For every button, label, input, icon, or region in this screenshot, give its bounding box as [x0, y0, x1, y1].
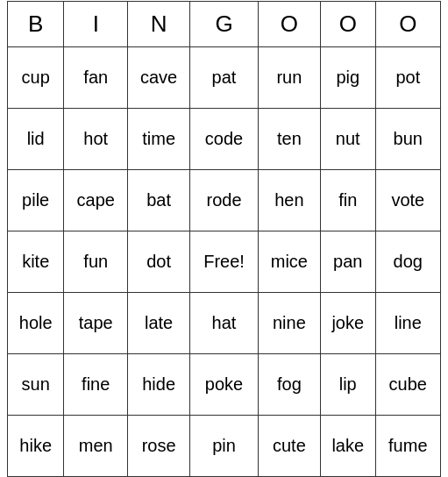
table-cell: hot [64, 108, 128, 169]
table-row: kitefundotFree!micepandog [8, 231, 441, 292]
table-cell: vote [375, 169, 440, 231]
table-cell: cape [64, 169, 128, 231]
bingo-card: BINGOOO cupfancavepatrunpigpotlidhottime… [7, 1, 441, 477]
table-cell: pig [320, 46, 375, 108]
table-cell: bun [375, 108, 440, 169]
table-cell: fume [375, 415, 440, 476]
table-cell: late [128, 292, 190, 353]
table-cell: mice [258, 231, 320, 292]
table-cell: bat [128, 169, 190, 231]
header-cell: I [64, 1, 128, 46]
table-cell: lip [320, 353, 375, 415]
table-cell: rode [190, 169, 259, 231]
table-row: holetapelatehatninejokeline [8, 292, 441, 353]
table-cell: hole [8, 292, 64, 353]
table-cell: pat [190, 46, 259, 108]
table-cell: nine [258, 292, 320, 353]
table-cell: hat [190, 292, 259, 353]
table-cell: pile [8, 169, 64, 231]
table-cell: nut [320, 108, 375, 169]
header-cell: N [128, 1, 190, 46]
table-row: sunfinehidepokefoglipcube [8, 353, 441, 415]
header-cell: G [190, 1, 259, 46]
table-cell: lake [320, 415, 375, 476]
table-cell: hide [128, 353, 190, 415]
table-cell: fine [64, 353, 128, 415]
header-cell: O [320, 1, 375, 46]
table-cell: pin [190, 415, 259, 476]
table-cell: joke [320, 292, 375, 353]
table-row: lidhottimecodetennutbun [8, 108, 441, 169]
table-cell: hike [8, 415, 64, 476]
table-cell: cave [128, 46, 190, 108]
table-cell: cup [8, 46, 64, 108]
table-cell: line [375, 292, 440, 353]
table-cell: tape [64, 292, 128, 353]
table-row: pilecapebatrodehenfinvote [8, 169, 441, 231]
table-cell: pot [375, 46, 440, 108]
table-cell: dog [375, 231, 440, 292]
table-cell: hen [258, 169, 320, 231]
table-cell: fan [64, 46, 128, 108]
table-cell: rose [128, 415, 190, 476]
table-row: cupfancavepatrunpigpot [8, 46, 441, 108]
table-cell: lid [8, 108, 64, 169]
table-cell: ten [258, 108, 320, 169]
table-cell: kite [8, 231, 64, 292]
table-cell: pan [320, 231, 375, 292]
table-cell: fog [258, 353, 320, 415]
table-cell: men [64, 415, 128, 476]
table-cell: cube [375, 353, 440, 415]
table-cell: fin [320, 169, 375, 231]
table-cell: time [128, 108, 190, 169]
header-cell: B [8, 1, 64, 46]
table-cell: code [190, 108, 259, 169]
table-cell: Free! [190, 231, 259, 292]
table-cell: cute [258, 415, 320, 476]
table-row: hikemenrosepincutelakefume [8, 415, 441, 476]
header-cell: O [375, 1, 440, 46]
table-cell: dot [128, 231, 190, 292]
header-cell: O [258, 1, 320, 46]
table-cell: fun [64, 231, 128, 292]
table-cell: run [258, 46, 320, 108]
table-cell: poke [190, 353, 259, 415]
table-cell: sun [8, 353, 64, 415]
